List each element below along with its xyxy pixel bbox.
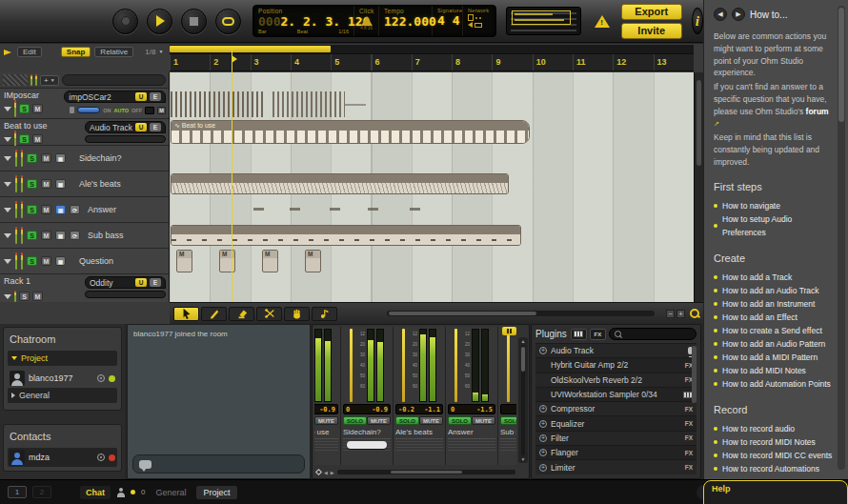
help-view-button[interactable]: Help <box>703 480 848 504</box>
plugin-list-item[interactable]: + Filter FX <box>535 432 697 446</box>
help-link[interactable]: How to navigate <box>714 199 833 212</box>
help-link[interactable]: How to add a MIDI Pattern <box>714 351 833 364</box>
click-section[interactable]: Click 4 8 16 <box>354 6 379 36</box>
collapse-triangle-icon[interactable] <box>4 259 11 264</box>
track-name[interactable]: Question <box>79 256 113 266</box>
track-name[interactable]: Rack 1 <box>4 276 82 286</box>
invite-button[interactable]: Invite <box>621 23 682 39</box>
monitor-icon[interactable]: ▣ <box>55 256 66 266</box>
position-display[interactable]: Position 0002. 2. 3. 120 BarBeat1/16 <box>253 6 354 36</box>
track-name[interactable]: Sub bass <box>88 231 124 240</box>
horizontal-scrollbar[interactable] <box>387 311 655 316</box>
off-button[interactable]: OFF <box>131 108 142 113</box>
loop-button[interactable] <box>215 9 241 34</box>
add-plugin-icon[interactable]: + <box>539 434 547 442</box>
contact-row[interactable]: mdza <box>8 448 117 467</box>
track-name[interactable]: IMposcar <box>4 91 61 100</box>
pan-slider[interactable] <box>347 441 387 449</box>
track-header-imposcar[interactable]: IMposcar S M impOSCar2 U E <box>0 89 169 119</box>
collapse-triangle-icon[interactable] <box>4 156 11 161</box>
info-button[interactable]: i <box>692 8 703 34</box>
mixer-hscrollbar[interactable] <box>337 470 515 474</box>
fader[interactable] <box>507 329 510 402</box>
forward-button[interactable]: ▶ <box>732 8 745 21</box>
collapse-triangle-icon[interactable] <box>4 294 11 299</box>
mixer-scrollbar[interactable]: ▲▼ <box>518 337 528 463</box>
scrollbar-handle[interactable] <box>521 347 525 372</box>
workspace-2-button[interactable]: 2 <box>32 486 51 498</box>
signature-display[interactable]: Signature 4 4 <box>433 6 463 36</box>
loop-region[interactable] <box>170 46 331 52</box>
solo-button[interactable]: SOLO <box>448 416 472 425</box>
plugin-slot[interactable]: Oddity U E <box>85 276 166 289</box>
mute-button[interactable]: MUTE <box>472 416 495 425</box>
vertical-scrollbar[interactable] <box>694 72 703 302</box>
scissors-tool[interactable] <box>256 307 282 321</box>
help-link[interactable]: How to add an Audio Pattern <box>714 337 833 351</box>
collapse-triangle-icon[interactable] <box>4 182 11 187</box>
track-header-sub-bass[interactable]: S M ▣ ⟳ Sub bass <box>0 223 169 249</box>
audio-clip-sub-bass[interactable] <box>171 225 521 246</box>
diamond-icon[interactable] <box>315 469 322 475</box>
fader[interactable] <box>402 329 405 402</box>
mute-button[interactable]: MUTE <box>367 416 391 425</box>
midi-note-mark[interactable] <box>410 208 420 211</box>
playhead[interactable] <box>232 48 232 302</box>
edit-button[interactable]: Edit <box>17 47 42 57</box>
audio-clip-imposcar[interactable] <box>171 91 366 117</box>
solo-button[interactable]: S <box>27 231 37 240</box>
add-plugin-icon[interactable]: + <box>539 464 547 472</box>
help-link[interactable]: How to setup Audio Preferences <box>714 212 833 239</box>
loop-icon[interactable]: ⟳ <box>70 205 80 214</box>
audio-clip-ales-beats[interactable] <box>171 173 509 194</box>
mini-fader[interactable] <box>70 107 74 113</box>
plugin-list-item[interactable]: + UVIWorkstation Sampler 0/34 <box>535 388 697 402</box>
on-button[interactable]: ON <box>103 108 111 113</box>
bar-numbers[interactable]: 12345678910111213 <box>170 53 694 71</box>
hand-tool[interactable] <box>284 307 310 321</box>
midi-note-mark[interactable] <box>290 208 300 211</box>
arrow-right-icon[interactable]: ▶ <box>331 470 334 475</box>
arrow-up-icon[interactable]: ▲ <box>521 338 526 344</box>
solo-button[interactable]: S <box>19 134 30 144</box>
track-name[interactable]: Sidechain? <box>79 153 122 163</box>
add-plugin-icon[interactable]: + <box>539 449 547 456</box>
collapse-triangle-icon[interactable] <box>4 208 11 212</box>
plugin-edit-button[interactable]: E <box>150 123 161 131</box>
help-link[interactable]: How to record audio <box>714 422 833 435</box>
enable-toggle[interactable] <box>77 107 100 113</box>
chat-group-project[interactable]: Project <box>8 351 117 366</box>
track-header-beat-to-use[interactable]: Beat to use S M Audio Track U E <box>0 119 169 146</box>
project-tab[interactable]: Project <box>196 486 236 499</box>
midi-note-mark[interactable] <box>330 208 340 211</box>
export-button[interactable]: Export <box>621 4 682 20</box>
help-link[interactable]: How to add an Effect <box>714 311 833 324</box>
magnifier-icon[interactable] <box>690 309 699 318</box>
solo-button[interactable]: SOLO <box>343 416 367 425</box>
chat-input[interactable] <box>132 454 305 474</box>
zoom-out-button[interactable]: − <box>666 310 675 318</box>
midi-note-mark[interactable] <box>368 208 378 211</box>
arrangement-overview[interactable] <box>506 7 581 35</box>
track-name[interactable]: Beat to use <box>4 121 82 131</box>
mute-button[interactable]: M <box>32 292 43 301</box>
plugin-ui-button[interactable]: U <box>135 123 147 131</box>
workspace-1-button[interactable]: 1 <box>8 486 27 498</box>
plugin-edit-button[interactable]: E <box>150 92 161 101</box>
midi-pattern-clip[interactable]: M <box>176 250 192 272</box>
snap-button[interactable]: Snap <box>61 47 91 57</box>
mute-button[interactable]: M <box>41 231 51 240</box>
play-button[interactable] <box>147 9 172 34</box>
monitor-icon[interactable]: ▣ <box>55 231 66 240</box>
track-header-ales-beats[interactable]: S M ▣ Ale's beats <box>0 171 169 197</box>
arrow-left-icon[interactable]: ◀ <box>324 470 328 475</box>
select-tool[interactable] <box>173 307 199 321</box>
plugin-list-item[interactable]: + Hybrit Guitar Amp 2/2 FX <box>535 358 697 373</box>
mute-button[interactable]: MUTE <box>314 416 338 425</box>
mute-button[interactable]: M <box>41 205 51 214</box>
gear-icon[interactable] <box>97 454 105 461</box>
solo-button[interactable]: SOLO <box>395 416 419 425</box>
help-link[interactable]: How to record Automations <box>714 462 833 475</box>
effects-filter-button[interactable]: FX <box>590 329 606 340</box>
scrollbar-handle[interactable] <box>389 312 536 315</box>
